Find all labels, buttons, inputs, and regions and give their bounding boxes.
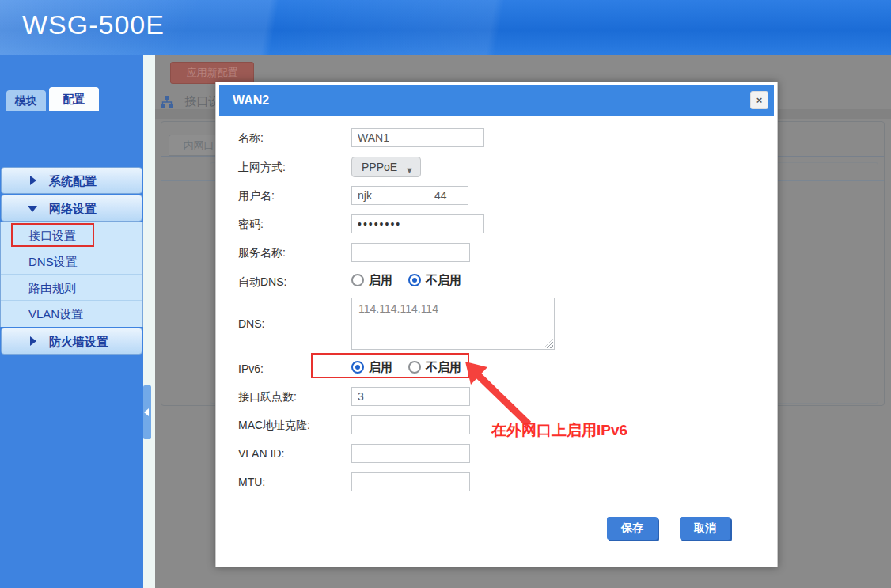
mac-clone-input[interactable] [351, 415, 470, 434]
sidebar-item-label: 系统配置 [49, 174, 97, 188]
network-submenu: 接口设置 DNS设置 路由规则 VLAN设置 [0, 222, 143, 327]
app-title: WSG-500E [22, 9, 165, 40]
sidebar-gutter [143, 55, 155, 588]
sidebar-item-vlan-settings[interactable]: VLAN设置 [1, 301, 142, 327]
radio-checked-icon [408, 274, 421, 286]
triangle-right-icon [30, 176, 36, 185]
dialog-header: WAN2 × [219, 85, 774, 116]
vlan-id-label: VLAN ID: [238, 444, 349, 463]
sidebar-item-system-config[interactable]: 系统配置 [1, 167, 142, 194]
redaction-smudge [381, 188, 442, 203]
mode-select[interactable]: PPPoE ▼ [351, 157, 421, 177]
submenu-item-label: 路由规则 [28, 281, 76, 294]
wan2-dialog: WAN2 × 名称: WAN1 上网方式: PPPoE ▼ 用户名: njk 4… [215, 82, 778, 567]
save-button[interactable]: 保存 [607, 517, 658, 540]
radio-label: 不启用 [426, 360, 461, 375]
mtu-input[interactable] [351, 472, 470, 491]
name-label: 名称: [238, 128, 349, 147]
vlan-id-input[interactable] [351, 444, 470, 463]
radio-label: 不启用 [426, 273, 461, 288]
tab-config[interactable]: 配置 [49, 87, 99, 111]
submenu-item-label: DNS设置 [28, 255, 78, 268]
sidebar-item-label: 网络设置 [49, 202, 97, 215]
sidebar-item-label: 防火墙设置 [49, 335, 108, 348]
sidebar-item-firewall-settings[interactable]: 防火墙设置 [1, 328, 142, 355]
auto-dns-enable-option[interactable]: 启用 [351, 273, 392, 288]
sidebar-menu: 系统配置 网络设置 接口设置 DNS设置 路由规则 VLAN设置 [0, 166, 143, 355]
username-input[interactable]: njk 44 [351, 186, 468, 205]
dialog-title: WAN2 [233, 85, 269, 116]
mac-clone-label: MAC地址克隆: [238, 415, 349, 434]
top-banner: WSG-500E [0, 0, 891, 55]
radio-label: 启用 [369, 360, 392, 375]
auto-dns-radio-group: 启用 不启用 [351, 272, 461, 288]
annotation-text: 在外网口上启用IPv6 [491, 420, 627, 441]
username-label: 用户名: [238, 186, 349, 205]
network-topology-icon [161, 96, 173, 110]
dns-value: 114.114.114.114 [358, 302, 438, 315]
apply-config-button[interactable]: 应用新配置 [170, 62, 254, 84]
sidebar: 模块 配置 系统配置 网络设置 接口设置 DNS设置 路由 [0, 55, 143, 588]
radio-label: 启用 [369, 273, 392, 288]
collapse-left-icon [144, 408, 149, 416]
service-name-label: 服务名称: [238, 243, 349, 262]
dns-textarea[interactable]: 114.114.114.114 [351, 298, 555, 350]
triangle-down-icon [28, 206, 37, 212]
radio-unchecked-icon [408, 361, 421, 374]
mode-select-value: PPPoE [362, 161, 397, 173]
sidebar-item-network-settings[interactable]: 网络设置 [1, 195, 142, 222]
auto-dns-disable-option[interactable]: 不启用 [408, 273, 461, 288]
password-input[interactable]: •••••••• [351, 214, 484, 233]
tab-modules[interactable]: 模块 [6, 90, 46, 111]
resize-grip-icon[interactable] [544, 339, 553, 348]
username-prefix: njk [358, 189, 372, 202]
mtu-label: MTU: [238, 472, 349, 491]
ipv6-enable-option[interactable]: 启用 [351, 360, 392, 375]
mode-label: 上网方式: [238, 157, 349, 176]
submenu-item-label: 接口设置 [28, 229, 76, 242]
sidebar-item-interface-settings[interactable]: 接口设置 [1, 222, 142, 248]
metric-label: 接口跃点数: [238, 387, 349, 406]
cancel-button[interactable]: 取消 [680, 517, 730, 540]
radio-checked-icon [351, 361, 364, 374]
ipv6-label: IPv6: [238, 359, 349, 378]
sidebar-tabs: 模块 配置 [0, 86, 143, 111]
triangle-right-icon [30, 336, 36, 346]
dns-label: DNS: [238, 314, 349, 333]
service-name-input[interactable] [351, 243, 470, 262]
username-suffix: 44 [434, 187, 447, 204]
submenu-item-label: VLAN设置 [28, 307, 83, 321]
sidebar-collapse-handle[interactable] [143, 385, 151, 439]
radio-unchecked-icon [351, 274, 364, 286]
auto-dns-label: 自动DNS: [238, 272, 349, 291]
ipv6-disable-option[interactable]: 不启用 [408, 360, 461, 375]
chevron-down-icon: ▼ [405, 161, 414, 180]
password-label: 密码: [238, 214, 349, 233]
close-icon[interactable]: × [750, 91, 768, 109]
sidebar-item-routing-rules[interactable]: 路由规则 [1, 275, 142, 301]
metric-input[interactable]: 3 [351, 387, 470, 406]
ipv6-radio-group: 启用 不启用 [351, 359, 461, 375]
name-input[interactable]: WAN1 [351, 128, 484, 147]
sidebar-item-dns-settings[interactable]: DNS设置 [1, 248, 142, 275]
